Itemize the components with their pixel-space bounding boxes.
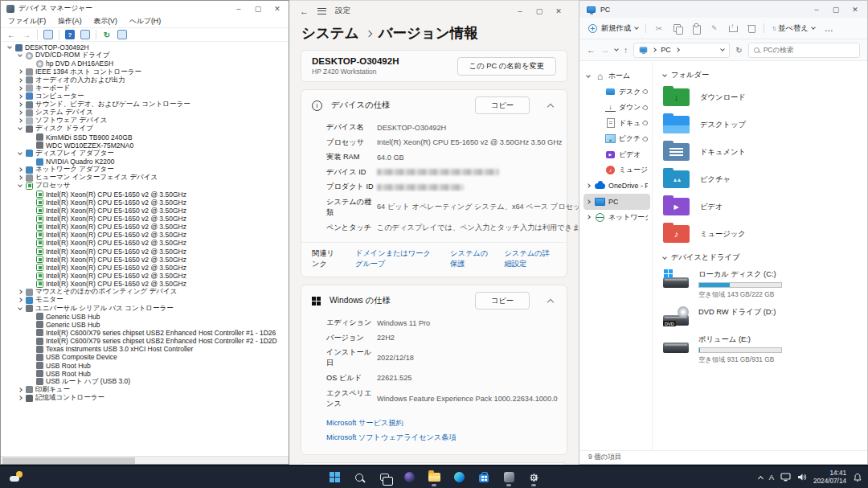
breadcrumb[interactable]: PC (633, 43, 730, 58)
collapse-arrow-icon[interactable] (16, 185, 23, 187)
minimize-button[interactable]: – (807, 2, 826, 17)
sidebar-item[interactable]: ビデオ (583, 147, 650, 163)
hidden-icons-chevron-icon[interactable] (758, 475, 764, 481)
device-tree-item[interactable]: Intel(R) C600/X79 series chipset USB2 En… (2, 337, 287, 345)
help-icon[interactable] (65, 30, 75, 39)
menu-item[interactable]: 表示(V) (94, 17, 117, 27)
device-tree-item[interactable]: DVD/CD-ROM ドライブ (2, 51, 287, 59)
paste-icon[interactable] (690, 23, 701, 34)
show-hide-console-tree-icon[interactable] (43, 30, 53, 39)
drives-section-header[interactable]: デバイスとドライブ (663, 252, 859, 263)
back-icon[interactable] (6, 30, 16, 39)
ime-indicator[interactable]: A (769, 473, 774, 482)
device-tree-item[interactable]: Intel(R) Xeon(R) CPU E5-1650 v2 @ 3.50GH… (2, 223, 287, 231)
device-tree-item[interactable]: Intel(R) Xeon(R) CPU E5-1650 v2 @ 3.50GH… (2, 207, 287, 215)
device-tree-item[interactable]: Intel(R) Xeon(R) CPU E5-1650 v2 @ 3.50GH… (2, 215, 287, 223)
device-tree-item[interactable]: 記憶域コントローラー (2, 394, 287, 402)
minimize-button[interactable]: – (510, 4, 530, 18)
maximize-button[interactable]: ▢ (826, 2, 845, 17)
search-box[interactable] (748, 43, 860, 58)
windows-spec-header[interactable]: Windows の仕様 コピー (301, 285, 567, 315)
minimize-button[interactable]: – (229, 2, 248, 16)
related-link[interactable]: ドメインまたはワークグループ (355, 248, 436, 269)
sidebar-item[interactable]: PC (583, 194, 650, 210)
expand-arrow-icon[interactable] (16, 119, 23, 122)
expand-arrow-icon[interactable] (16, 70, 23, 73)
menu-item[interactable]: ファイル(F) (8, 17, 46, 27)
scrollbar-thumb[interactable] (2, 457, 135, 464)
copy-icon[interactable] (672, 23, 682, 34)
taskbar-device-manager-button[interactable] (500, 468, 518, 487)
menu-item[interactable]: 操作(A) (58, 17, 81, 27)
cut-icon[interactable] (653, 23, 664, 34)
device-tree-item[interactable]: Intel(R) C600/X79 series chipset USB2 En… (2, 329, 287, 337)
device-tree-item[interactable]: Intel(R) Xeon(R) CPU E5-1650 v2 @ 3.50GH… (2, 248, 287, 256)
device-tree-item[interactable]: Generic USB Hub (2, 313, 287, 321)
expand-arrow-icon[interactable] (16, 396, 23, 400)
related-link[interactable]: システムの保護 (450, 248, 490, 269)
folder-item[interactable]: ミュージック (663, 223, 859, 244)
expand-arrow-icon[interactable] (16, 176, 23, 179)
expand-arrow-icon[interactable] (16, 103, 23, 106)
device-spec-header[interactable]: i デバイスの仕様 コピー (301, 90, 567, 120)
expand-arrow-icon[interactable] (585, 215, 592, 219)
forward-icon[interactable]: → (601, 45, 610, 55)
refresh-icon[interactable]: ↻ (735, 46, 742, 55)
support-header[interactable]: ? サポート コピー (301, 463, 567, 465)
sidebar-item[interactable]: ミュージック (583, 162, 650, 178)
collapse-chevron-icon[interactable] (547, 298, 554, 305)
rename-pc-button[interactable]: この PC の名前を変更 (457, 57, 556, 76)
folders-section-header[interactable]: フォルダー (663, 70, 859, 80)
address-dropdown-icon[interactable] (720, 47, 725, 51)
expand-arrow-icon[interactable] (16, 298, 23, 301)
sidebar-item[interactable]: ダウンロード (583, 100, 650, 116)
device-tree-item[interactable]: ディスク ドライブ (2, 125, 287, 133)
scan-hardware-changes-icon[interactable] (102, 30, 112, 39)
folder-item[interactable]: ダウンロード (663, 87, 859, 108)
expand-arrow-icon[interactable] (16, 388, 23, 392)
folder-item[interactable]: ビデオ (663, 196, 859, 217)
notifications-bell-icon[interactable] (853, 473, 862, 482)
taskbar-edge-button[interactable] (450, 468, 468, 487)
back-icon[interactable]: ← (300, 6, 309, 16)
expand-arrow-icon[interactable] (16, 79, 23, 82)
taskbar-copilot-button[interactable] (400, 468, 418, 487)
expand-arrow-icon[interactable] (16, 95, 23, 98)
maximize-button[interactable]: ▢ (530, 4, 549, 18)
device-tree-item[interactable]: USB Root Hub (2, 361, 287, 369)
collapse-arrow-icon[interactable] (16, 55, 23, 56)
expand-arrow-icon[interactable] (16, 290, 23, 293)
sidebar-item[interactable]: ネットワーク (583, 210, 650, 226)
sort-button[interactable]: ↑↓ 並べ替え (772, 23, 815, 34)
expand-arrow-icon[interactable] (585, 200, 592, 203)
delete-icon[interactable] (746, 23, 756, 34)
collapse-arrow-icon[interactable] (16, 153, 23, 154)
collapse-chevron-icon[interactable] (547, 103, 554, 109)
expand-arrow-icon[interactable] (16, 168, 23, 171)
collapse-arrow-icon[interactable] (16, 308, 23, 310)
taskbar-settings-button[interactable] (525, 468, 542, 487)
drive-item[interactable]: ローカル ディスク (C:)空き領域 143 GB/222 GB (663, 269, 859, 299)
folder-item[interactable]: ピクチャ (663, 169, 859, 190)
folder-item[interactable]: デスクトップ (663, 114, 859, 135)
drive-item[interactable]: ボリューム (E:)空き領域 931 GB/931 GB (663, 334, 859, 364)
taskbar-explorer-button[interactable] (425, 468, 443, 487)
device-tree-item[interactable]: Intel(R) Xeon(R) CPU E5-1650 v2 @ 3.50GH… (2, 239, 287, 247)
related-link[interactable]: システムの詳細設定 (504, 248, 556, 269)
license-link[interactable]: Microsoft サービス規約 (326, 418, 556, 429)
sidebar-item[interactable]: OneDrive - Personal (583, 178, 650, 195)
computer-list-icon[interactable] (117, 30, 127, 39)
sidebar-item[interactable]: ドキュメント (583, 116, 650, 132)
device-tree-item[interactable]: Intel(R) Xeon(R) CPU E5-1650 v2 @ 3.50GH… (2, 199, 287, 207)
license-link[interactable]: Microsoft ソフトウェアライセンス条項 (326, 433, 556, 443)
taskbar-task-view-button[interactable] (375, 468, 393, 487)
drive-item[interactable]: DVDDVD RW ドライブ (D:) (663, 307, 859, 326)
device-tree-item[interactable]: プロセッサ (2, 182, 287, 190)
collapse-arrow-icon[interactable] (16, 128, 23, 129)
copy-button[interactable]: コピー (475, 96, 530, 114)
maximize-button[interactable]: ▢ (248, 2, 268, 16)
device-tree-item[interactable]: Texas Instruments USB 3.0 xHCI Host Cont… (2, 345, 287, 353)
taskbar-store-button[interactable] (475, 468, 493, 487)
taskbar-widgets-button[interactable] (10, 471, 23, 482)
properties-icon[interactable] (80, 30, 90, 39)
